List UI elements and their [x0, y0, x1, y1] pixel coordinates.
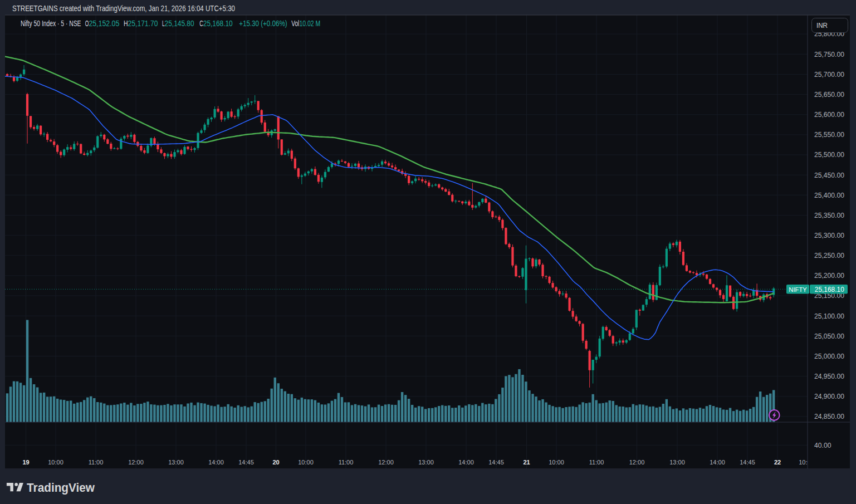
svg-text:14:00: 14:00 [458, 459, 474, 466]
svg-text:19: 19 [22, 459, 29, 466]
svg-text:13:00: 13:00 [669, 459, 685, 466]
svg-text:11:00: 11:00 [339, 459, 354, 466]
svg-text:25,171.70: 25,171.70 [128, 19, 158, 28]
svg-text:22: 22 [774, 459, 781, 466]
svg-text:10.02 M: 10.02 M [300, 19, 321, 28]
svg-text:24,950.00: 24,950.00 [814, 373, 844, 380]
svg-text:25,050.00: 25,050.00 [814, 332, 844, 340]
svg-text:10:00: 10:00 [549, 459, 564, 466]
svg-text:25,650.00: 25,650.00 [814, 91, 844, 99]
svg-text:Nifty 50 Index · 5 · NSE: Nifty 50 Index · 5 · NSE [21, 19, 81, 28]
svg-text:14:45: 14:45 [740, 459, 755, 466]
svg-text:C: C [199, 19, 203, 28]
svg-text:12:00: 12:00 [629, 459, 645, 466]
svg-text:25,168.10: 25,168.10 [815, 286, 844, 293]
svg-text:11:00: 11:00 [89, 459, 104, 466]
svg-text:25,500.00: 25,500.00 [814, 151, 844, 159]
svg-text:10:00: 10:00 [48, 459, 63, 466]
svg-text:25,200.00: 25,200.00 [814, 272, 844, 280]
svg-text:12:00: 12:00 [128, 459, 144, 466]
svg-text:25,600.00: 25,600.00 [814, 111, 844, 119]
svg-text:25,145.80: 25,145.80 [165, 19, 194, 28]
svg-text:25,750.00: 25,750.00 [814, 51, 844, 58]
svg-text:14:00: 14:00 [208, 459, 224, 466]
svg-text:21: 21 [523, 459, 530, 466]
svg-text:14:45: 14:45 [238, 459, 254, 466]
svg-text:H: H [124, 19, 128, 28]
svg-text:25,450.00: 25,450.00 [814, 172, 844, 179]
svg-text:TradingView: TradingView [27, 481, 95, 495]
svg-text:13:00: 13:00 [168, 459, 184, 466]
svg-text:13:00: 13:00 [418, 459, 434, 466]
svg-text:NIFTY: NIFTY [789, 286, 807, 293]
svg-text:25,250.00: 25,250.00 [814, 252, 844, 260]
svg-text:25,300.00: 25,300.00 [814, 232, 844, 239]
svg-text:40.00: 40.00 [814, 442, 831, 449]
svg-text:25,400.00: 25,400.00 [814, 192, 844, 199]
svg-text:Vol: Vol [291, 19, 299, 28]
svg-text:25,168.10: 25,168.10 [203, 19, 233, 28]
svg-text:25,100.00: 25,100.00 [814, 312, 844, 320]
svg-text:10:00: 10:00 [298, 459, 314, 466]
svg-text:14:00: 14:00 [710, 459, 725, 466]
svg-text:11:00: 11:00 [589, 459, 604, 466]
svg-text:25,000.00: 25,000.00 [814, 353, 844, 360]
svg-text:25,700.00: 25,700.00 [814, 71, 844, 79]
svg-text:24,900.00: 24,900.00 [814, 393, 844, 400]
svg-text:20: 20 [272, 459, 279, 466]
svg-text:+15.30 (+0.06%): +15.30 (+0.06%) [239, 19, 287, 28]
svg-text:25,550.00: 25,550.00 [814, 131, 844, 139]
svg-text:25,152.05: 25,152.05 [89, 19, 119, 28]
svg-text:24,850.00: 24,850.00 [814, 413, 844, 420]
svg-text:12:00: 12:00 [378, 459, 394, 466]
svg-text:14:45: 14:45 [488, 459, 504, 466]
svg-text:STREETGAINS created with Tradi: STREETGAINS created with TradingView.com… [12, 4, 235, 13]
svg-text:25,350.00: 25,350.00 [814, 212, 844, 219]
svg-text:INR: INR [816, 21, 828, 30]
